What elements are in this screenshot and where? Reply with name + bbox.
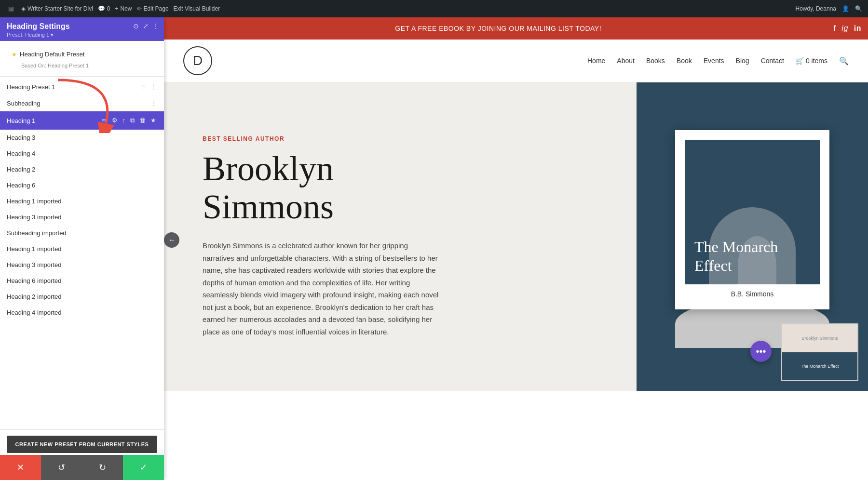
- comments-link[interactable]: 💬 0: [98, 5, 110, 12]
- panel-resize-handle[interactable]: ↔: [164, 232, 179, 248]
- delete-icon[interactable]: 🗑: [138, 116, 147, 125]
- undo-icon: ↺: [58, 462, 65, 473]
- panel-subtitle[interactable]: Preset: Heading 1 ▾: [7, 32, 157, 38]
- nav-cart[interactable]: 🛒 0 items: [796, 57, 827, 65]
- hero-left: BEST SELLING AUTHOR Brooklyn Simmons Bro…: [164, 82, 463, 391]
- nav-book[interactable]: Book: [677, 57, 692, 65]
- redo-icon: ↻: [99, 462, 106, 473]
- preset-name: Heading 3 imported: [7, 261, 61, 268]
- cart-icon: 🛒: [796, 57, 804, 65]
- copy-icon[interactable]: ⧉: [129, 116, 136, 125]
- redo-button[interactable]: ↻: [82, 455, 123, 480]
- facebook-icon[interactable]: f: [833, 24, 836, 33]
- hero-section: BEST SELLING AUTHOR Brooklyn Simmons Bro…: [164, 82, 868, 391]
- hero-title: Brooklyn Simmons: [203, 150, 439, 226]
- site-content: GET A FREE EBOOK BY JOINING OUR MAILING …: [164, 17, 868, 480]
- based-on-label: Based On: Heading Preset 1: [7, 62, 157, 70]
- preset-name: Heading 1: [7, 117, 35, 124]
- fab-button[interactable]: •••: [750, 341, 772, 362]
- preset-name: Heading 4: [7, 150, 35, 157]
- list-item[interactable]: Heading 2 imported: [0, 289, 164, 305]
- nav-events[interactable]: Events: [704, 57, 724, 65]
- star-active-icon[interactable]: ★: [149, 116, 157, 125]
- nav-contact[interactable]: Contact: [761, 57, 784, 65]
- new-link[interactable]: + New: [115, 5, 132, 12]
- book-title: The Monarch Effect: [694, 238, 810, 275]
- cancel-button[interactable]: ✕: [0, 455, 41, 480]
- panel-header: ⊙ ⤢ ⋮ Heading Settings Preset: Heading 1…: [0, 17, 164, 41]
- book-author: B.B. Simmons: [685, 284, 820, 300]
- site-nav: Home About Books Book Events Blog Contac…: [587, 56, 849, 66]
- more-icon[interactable]: ⋮: [150, 99, 157, 107]
- list-item[interactable]: Subheading ⋮: [0, 95, 164, 111]
- nav-home[interactable]: Home: [587, 57, 605, 65]
- list-item[interactable]: Heading 1 imported: [0, 241, 164, 257]
- avatar[interactable]: 👤: [842, 5, 849, 12]
- create-preset-button[interactable]: CREATE NEW PRESET FROM CURRENT STYLES: [7, 436, 157, 453]
- instagram-icon[interactable]: ig: [841, 24, 848, 33]
- howdy-label[interactable]: Howdy, Deanna: [796, 5, 837, 12]
- list-item[interactable]: Heading 4: [0, 146, 164, 161]
- default-preset-name: Heading Default Preset: [20, 51, 84, 58]
- settings-icon[interactable]: ⚙: [111, 116, 119, 125]
- list-item[interactable]: Heading 3: [0, 130, 164, 146]
- active-actions: ✏ ⚙ ↑ ⧉ 🗑 ★: [101, 116, 158, 125]
- nav-about[interactable]: About: [617, 57, 635, 65]
- preset-name: Heading 2 imported: [7, 293, 61, 300]
- wordpress-logo[interactable]: ⊞: [6, 3, 16, 14]
- more-options-icon[interactable]: ⋮: [152, 22, 159, 30]
- linkedin-icon[interactable]: in: [854, 24, 861, 33]
- preset-name: Heading 2: [7, 166, 35, 173]
- list-item[interactable]: Heading 1 imported: [0, 193, 164, 209]
- preset-name: Subheading imported: [7, 229, 67, 237]
- corner-thumbnail: Brooklyn Simmons The Monarch Effect: [781, 323, 858, 381]
- list-item[interactable]: Subheading imported: [0, 225, 164, 241]
- list-item[interactable]: Heading 6 imported: [0, 273, 164, 289]
- list-item[interactable]: Heading 4 imported: [0, 305, 164, 320]
- preset-name: Heading Preset 1: [7, 83, 55, 91]
- edit-icon[interactable]: ✏: [101, 116, 108, 125]
- site-logo[interactable]: D: [183, 46, 212, 75]
- list-item[interactable]: Heading 2: [0, 161, 164, 177]
- preset-name: Subheading: [7, 100, 40, 107]
- thumbnail-content: Brooklyn Simmons: [801, 336, 838, 341]
- list-item[interactable]: Heading Preset 1 ☆ ⋮: [0, 79, 164, 95]
- fab-icon: •••: [756, 346, 766, 357]
- nav-search-icon[interactable]: 🔍: [839, 56, 849, 66]
- more-icon[interactable]: ⋮: [150, 83, 157, 91]
- list-item-heading1[interactable]: Heading 1 ✏ ⚙ ↑ ⧉ 🗑 ★: [0, 111, 164, 130]
- confirm-button[interactable]: ✓: [123, 455, 164, 480]
- thumbnail-book: The Monarch Effect: [801, 364, 839, 369]
- nav-books[interactable]: Books: [646, 57, 665, 65]
- notification-bar: GET A FREE EBOOK BY JOINING OUR MAILING …: [164, 17, 868, 40]
- preset-name: Heading 6 imported: [7, 277, 61, 284]
- export-icon[interactable]: ↑: [122, 116, 127, 125]
- notification-text: GET A FREE EBOOK BY JOINING OUR MAILING …: [171, 25, 826, 32]
- preset-name: Heading 3: [7, 134, 35, 141]
- nav-blog[interactable]: Blog: [736, 57, 749, 65]
- pencil-icon: ✏: [137, 5, 142, 12]
- exit-builder-link[interactable]: Exit Visual Builder: [174, 5, 220, 12]
- undo-button[interactable]: ↺: [41, 455, 82, 480]
- book-card: The Monarch Effect B.B. Simmons: [675, 130, 829, 309]
- list-item[interactable]: Heading 6: [0, 177, 164, 193]
- admin-bar-right: Howdy, Deanna 👤 🔍: [796, 5, 863, 12]
- star-icon[interactable]: ☆: [141, 83, 147, 90]
- search-admin-icon[interactable]: 🔍: [855, 5, 862, 12]
- edit-page-link[interactable]: ✏ Edit Page: [137, 5, 169, 12]
- plus-icon: +: [115, 5, 119, 12]
- list-item[interactable]: Heading 3 imported: [0, 257, 164, 273]
- list-item[interactable]: Heading 3 imported: [0, 209, 164, 225]
- panel-header-icons: ⊙ ⤢ ⋮: [133, 22, 159, 30]
- admin-bar: ⊞ ◈ Writer Starter Site for Divi 💬 0 + N…: [0, 0, 868, 17]
- focus-icon[interactable]: ⊙: [133, 22, 139, 30]
- default-preset-item[interactable]: ★ Heading Default Preset: [7, 47, 157, 62]
- divi-icon: ◈: [21, 5, 26, 12]
- site-header: D Home About Books Book Events Blog Cont…: [164, 40, 868, 82]
- cart-label: 0 items: [806, 57, 827, 65]
- site-name[interactable]: ◈ Writer Starter Site for Divi: [21, 5, 93, 12]
- preset-name: Heading 4 imported: [7, 309, 61, 316]
- expand-icon[interactable]: ⤢: [143, 22, 149, 30]
- star-icon: ★: [12, 51, 17, 58]
- preset-name: Heading 3 imported: [7, 213, 61, 221]
